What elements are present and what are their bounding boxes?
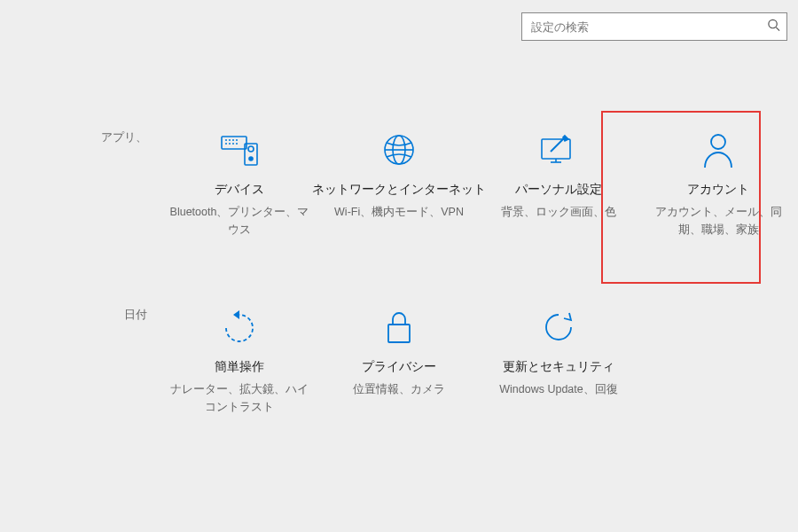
tile-desc: 位置情報、カメラ	[353, 380, 445, 398]
tile-title: 更新とセキュリティ	[503, 359, 614, 375]
svg-point-13	[249, 157, 253, 160]
tile-devices[interactable]: デバイス Bluetooth、プリンター、マウス	[160, 129, 319, 306]
lock-icon	[384, 306, 414, 348]
tile-title: パーソナル設定	[515, 182, 602, 198]
ease-of-access-icon	[221, 306, 258, 348]
tile-title: 簡単操作	[215, 359, 264, 375]
tile-desc: 背景、ロック画面、色	[501, 203, 616, 221]
tile-desc: Wi-Fi、機内モード、VPN	[334, 203, 464, 221]
svg-point-20	[711, 135, 725, 149]
tile-time-partial[interactable]: 日付	[0, 306, 160, 324]
svg-marker-21	[233, 310, 239, 319]
tile-personalization[interactable]: パーソナル設定 背景、ロック画面、色	[479, 129, 638, 306]
svg-rect-22	[388, 325, 410, 342]
tile-network[interactable]: ネットワークとインターネット Wi-Fi、機内モード、VPN	[319, 129, 479, 306]
tile-desc: アプリ、	[101, 129, 147, 146]
svg-point-12	[248, 146, 254, 152]
tile-title: デバイス	[215, 182, 264, 198]
tile-title: ネットワークとインターネット	[312, 182, 486, 198]
devices-icon	[218, 129, 261, 171]
svg-rect-17	[542, 139, 570, 159]
person-icon	[700, 129, 736, 171]
tile-desc: アカウント、メール、同期、職場、家族	[647, 203, 789, 239]
tile-title: プライバシー	[362, 359, 436, 375]
tile-desc: Windows Update、回復	[499, 380, 618, 398]
search-container	[521, 12, 787, 41]
tile-desc: ナレーター、拡大鏡、ハイコントラスト	[168, 380, 310, 416]
tile-accounts[interactable]: アカウント アカウント、メール、同期、職場、家族	[638, 129, 798, 306]
settings-grid: アプリ、 デバイス Bluetooth、プリンター、マウス ネットワークとインタ	[0, 129, 798, 483]
svg-rect-2	[222, 137, 246, 149]
personalization-icon	[538, 129, 579, 171]
tile-desc: 日付	[124, 306, 147, 324]
update-icon	[540, 306, 577, 348]
tile-system-partial[interactable]: アプリ、	[0, 129, 160, 146]
tile-desc: Bluetooth、プリンター、マウス	[168, 203, 310, 239]
tile-update-security[interactable]: 更新とセキュリティ Windows Update、回復	[479, 306, 638, 483]
tile-title: アカウント	[687, 182, 749, 198]
tile-privacy[interactable]: プライバシー 位置情報、カメラ	[319, 306, 479, 483]
grid-col-partial-1: 日付	[0, 306, 160, 483]
globe-icon	[381, 129, 417, 171]
grid-col-partial-0: アプリ、	[0, 129, 160, 306]
tile-ease-of-access[interactable]: 簡単操作 ナレーター、拡大鏡、ハイコントラスト	[160, 306, 319, 483]
search-input[interactable]	[521, 12, 787, 41]
